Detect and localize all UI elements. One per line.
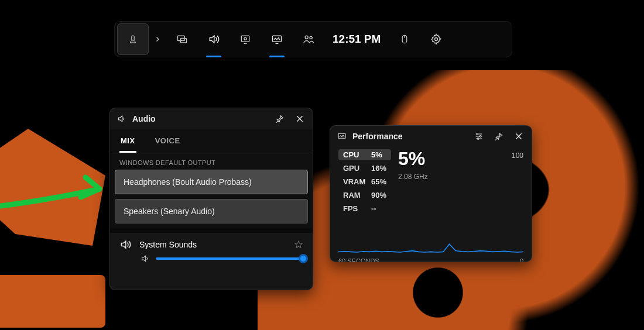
gear-icon [430,33,442,45]
widgets-icon [176,33,188,45]
chart-xlabel: 60 SECONDS [338,257,379,262]
chevron-right-button[interactable] [149,23,166,55]
system-sounds-volume-slider[interactable] [156,254,303,263]
pin-button[interactable] [273,112,287,126]
svg-point-11 [477,133,478,135]
svg-point-9 [435,38,438,41]
tab-mix[interactable]: MIX [119,132,136,153]
metric-ram[interactable]: RAM90% [338,190,391,201]
performance-options-button[interactable] [472,129,486,143]
metric-gpu[interactable]: GPU16% [338,163,391,174]
svg-point-7 [310,36,312,39]
selected-metric-value: 5% [398,149,523,168]
close-icon [514,132,523,141]
performance-title: Performance [352,132,403,141]
svg-rect-5 [273,36,282,42]
pin-icon [275,114,285,123]
performance-panel-header[interactable]: Performance [330,126,532,147]
xbox-button[interactable] [117,23,149,55]
sliders-icon [474,132,484,141]
system-sounds-row: System Sounds [110,233,313,266]
xbox-icon [128,34,138,44]
close-button[interactable] [293,112,307,126]
settings-button[interactable] [420,23,452,55]
performance-icon [337,132,347,141]
audio-panel-header[interactable]: Audio [110,108,313,129]
annotation-arrow [0,166,111,212]
performance-panel: Performance CPU5% GPU16% VRAM65% RAM90% … [330,125,532,262]
xbox-social-button[interactable] [293,23,324,55]
svg-rect-3 [241,36,249,42]
audio-title: Audio [132,114,156,123]
audio-button[interactable] [198,23,229,55]
performance-button[interactable] [261,23,293,55]
chart-ymin: 0 [520,257,523,262]
svg-point-13 [477,138,479,140]
svg-rect-0 [132,36,135,41]
close-icon [295,114,304,123]
pin-button[interactable] [492,129,506,143]
game-bar: 12:51 PM [114,21,512,57]
svg-point-12 [479,136,481,138]
svg-point-4 [244,37,246,40]
tab-voice[interactable]: VOICE [154,132,181,153]
metric-vram[interactable]: VRAM65% [338,176,391,187]
system-sounds-label: System Sounds [139,240,286,249]
mouse-icon [399,34,410,44]
chart-ymax: 100 [512,152,523,160]
pin-icon [494,132,503,141]
favorite-toggle[interactable] [294,240,303,249]
svg-rect-10 [338,133,345,138]
capture-icon [239,33,251,45]
audio-tabs: MIX VOICE [110,129,313,153]
close-button[interactable] [512,129,526,143]
output-section-label: WINDOWS DEFAULT OUTPUT [110,153,313,170]
social-icon [303,33,314,45]
output-device-headphones[interactable]: Headphones (Boult Audio Probass) [115,170,308,194]
chart-xaxis: 60 SECONDS 0 [330,257,532,262]
capture-button[interactable] [229,23,261,55]
metric-fps[interactable]: FPS-- [338,203,391,214]
usage-chart [330,214,532,257]
widgets-button[interactable] [166,23,198,55]
metric-cpu[interactable]: CPU5% [338,149,391,160]
performance-icon [271,33,283,45]
speaker-icon [119,239,131,250]
cpu-frequency: 2.08 GHz [398,173,523,181]
output-device-list: Headphones (Boult Audio Probass) Speaker… [110,170,313,228]
clock: 12:51 PM [324,23,389,55]
star-icon [294,240,303,249]
divider [110,228,313,233]
svg-point-6 [305,36,308,39]
output-device-speakers[interactable]: Speakers (Senary Audio) [115,199,308,224]
audio-panel: Audio MIX VOICE WINDOWS DEFAULT OUTPUT H… [109,108,313,290]
speaker-icon [117,114,126,123]
speaker-icon [141,254,150,263]
metrics-list: CPU5% GPU16% VRAM65% RAM90% FPS-- [338,149,391,214]
speaker-icon [208,33,220,45]
mouse-button[interactable] [389,23,420,55]
chevron-right-icon [154,36,161,43]
